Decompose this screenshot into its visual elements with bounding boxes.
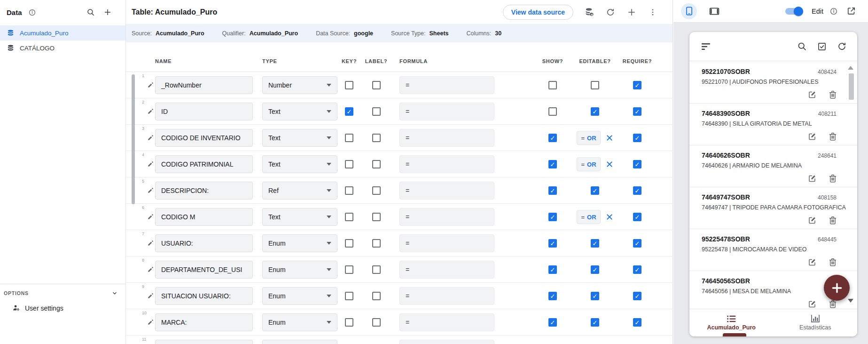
column-type-dropdown[interactable]: Text bbox=[262, 103, 337, 120]
formula-field[interactable] bbox=[399, 340, 494, 344]
formula-field[interactable]: = bbox=[399, 103, 494, 120]
column-type-dropdown[interactable]: Number bbox=[262, 76, 337, 94]
edit-column-icon[interactable] bbox=[144, 158, 157, 171]
checkbox[interactable] bbox=[633, 265, 641, 274]
sort-menu-icon[interactable] bbox=[702, 43, 711, 50]
checkbox[interactable] bbox=[591, 186, 599, 195]
editable-expression-chip[interactable]: =OR bbox=[577, 210, 600, 224]
formula-field[interactable]: = bbox=[399, 234, 494, 252]
checkbox[interactable] bbox=[345, 160, 353, 168]
add-table-icon[interactable] bbox=[101, 6, 114, 19]
column-type-dropdown[interactable]: Ref bbox=[262, 182, 337, 200]
checkbox[interactable] bbox=[591, 292, 599, 300]
nav-tab-estadisticas[interactable]: Estadísticas bbox=[774, 309, 858, 336]
delete-record-icon[interactable] bbox=[829, 174, 837, 183]
checkbox[interactable] bbox=[633, 239, 641, 248]
column-name-field[interactable] bbox=[155, 340, 253, 344]
add-column-icon[interactable] bbox=[625, 6, 638, 19]
checkbox[interactable] bbox=[548, 107, 557, 116]
checkbox[interactable] bbox=[548, 134, 557, 142]
sidebar-item-table[interactable]: CATÁLOGO bbox=[0, 40, 125, 56]
checkbox[interactable] bbox=[633, 186, 641, 195]
scroll-up-icon[interactable] bbox=[848, 66, 853, 70]
edit-record-icon[interactable] bbox=[808, 174, 816, 183]
delete-record-icon[interactable] bbox=[829, 216, 837, 224]
column-name-field[interactable]: USUARIO: bbox=[155, 234, 253, 252]
checkbox[interactable] bbox=[372, 239, 381, 248]
column-name-field[interactable]: CODIGO M bbox=[155, 208, 253, 226]
column-name-field[interactable]: _RowNumber bbox=[155, 76, 253, 94]
column-name-field[interactable]: CODIGO DE INVENTARIO bbox=[155, 129, 253, 147]
delete-record-icon[interactable] bbox=[829, 132, 837, 141]
column-name-field[interactable]: MARCA: bbox=[155, 313, 253, 331]
column-name-field[interactable]: ID bbox=[155, 103, 253, 120]
checkbox[interactable] bbox=[345, 239, 353, 248]
checkbox[interactable] bbox=[548, 81, 557, 89]
column-type-dropdown[interactable]: Enum bbox=[262, 313, 337, 331]
checkbox[interactable] bbox=[372, 160, 381, 168]
delete-record-icon[interactable] bbox=[829, 300, 837, 308]
search-icon[interactable] bbox=[84, 6, 97, 19]
nav-tab-acumulado-puro[interactable]: Acumulado_Puro bbox=[689, 309, 774, 336]
clear-expression-icon[interactable] bbox=[606, 213, 613, 221]
edit-info-icon[interactable] bbox=[830, 8, 837, 15]
app-search-icon[interactable] bbox=[797, 41, 807, 51]
vertical-scrollbar-thumb[interactable] bbox=[132, 74, 135, 204]
delete-record-icon[interactable] bbox=[829, 258, 837, 266]
checkbox[interactable] bbox=[548, 239, 557, 248]
column-name-field[interactable]: DEPARTAMENTO_DE_USI bbox=[155, 261, 253, 279]
checkbox[interactable] bbox=[372, 134, 381, 142]
clear-expression-icon[interactable] bbox=[606, 160, 613, 168]
checkbox[interactable] bbox=[345, 134, 353, 142]
checkbox[interactable] bbox=[548, 292, 557, 300]
edit-column-icon[interactable] bbox=[144, 289, 157, 303]
checkbox[interactable] bbox=[591, 239, 599, 248]
scroll-down-icon[interactable] bbox=[848, 299, 853, 303]
list-item[interactable]: 74648390SOBR 408211 74648390 | SILLA GIR… bbox=[689, 104, 857, 145]
formula-field[interactable]: = bbox=[399, 261, 494, 279]
view-data-source-button[interactable]: View data source bbox=[503, 5, 573, 20]
chevron-down-icon[interactable] bbox=[111, 290, 118, 296]
multi-select-icon[interactable] bbox=[817, 42, 827, 51]
checkbox[interactable] bbox=[345, 107, 353, 116]
formula-field[interactable]: = bbox=[399, 208, 494, 226]
tablet-view-icon[interactable] bbox=[706, 3, 722, 19]
edit-mode-toggle[interactable] bbox=[785, 8, 802, 15]
checkbox[interactable] bbox=[345, 186, 353, 195]
editable-expression-chip[interactable]: =OR bbox=[577, 157, 600, 171]
clear-expression-icon[interactable] bbox=[606, 134, 613, 142]
checkbox[interactable] bbox=[372, 81, 381, 89]
checkbox[interactable] bbox=[345, 265, 353, 274]
edit-column-icon[interactable] bbox=[144, 184, 157, 197]
checkbox[interactable] bbox=[372, 107, 381, 116]
checkbox[interactable] bbox=[633, 81, 641, 89]
edit-column-icon[interactable] bbox=[144, 342, 157, 344]
edit-column-icon[interactable] bbox=[144, 131, 157, 144]
checkbox[interactable] bbox=[548, 318, 557, 327]
checkbox[interactable] bbox=[591, 265, 599, 274]
column-type-dropdown[interactable]: Text bbox=[262, 208, 337, 226]
sidebar-item-user-settings[interactable]: User settings bbox=[0, 296, 125, 312]
edit-column-icon[interactable] bbox=[144, 105, 157, 118]
checkbox[interactable] bbox=[633, 318, 641, 327]
formula-field[interactable]: = bbox=[399, 155, 494, 173]
checkbox[interactable] bbox=[591, 81, 599, 89]
formula-field[interactable]: = bbox=[399, 76, 494, 94]
open-in-new-icon[interactable] bbox=[847, 7, 856, 16]
checkbox[interactable] bbox=[372, 318, 381, 327]
edit-record-icon[interactable] bbox=[808, 300, 816, 308]
column-type-dropdown[interactable]: Enum bbox=[262, 287, 337, 305]
checkbox[interactable] bbox=[591, 107, 599, 116]
edit-record-icon[interactable] bbox=[808, 216, 816, 224]
checkbox[interactable] bbox=[345, 318, 353, 327]
checkbox[interactable] bbox=[345, 213, 353, 221]
list-item[interactable]: 74640626SOBR 248641 74640626 | ARMARIO D… bbox=[689, 145, 857, 187]
column-type-dropdown[interactable]: Text bbox=[262, 129, 337, 147]
formula-field[interactable]: = bbox=[399, 313, 494, 331]
column-name-field[interactable]: SITUACION USUARIO: bbox=[155, 287, 253, 305]
checkbox[interactable] bbox=[633, 213, 641, 221]
list-item[interactable]: 74649747SOBR 408158 74649747 | TRIPODE P… bbox=[689, 187, 857, 229]
checkbox[interactable] bbox=[372, 292, 381, 300]
edit-column-icon[interactable] bbox=[144, 237, 157, 250]
checkbox[interactable] bbox=[548, 186, 557, 195]
